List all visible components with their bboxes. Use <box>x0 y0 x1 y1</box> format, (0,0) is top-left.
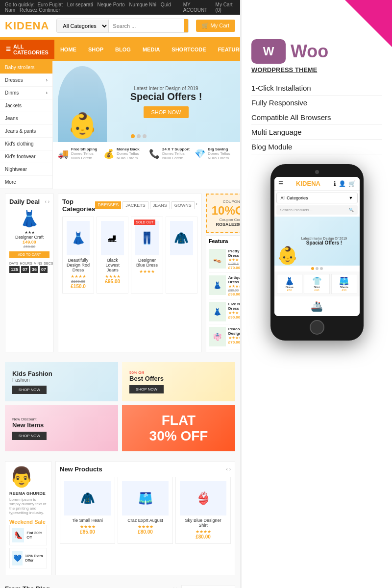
deal-product: 👗 ★★★ Designer Craft £49.00 £59.00 ADD T… <box>9 209 49 258</box>
topbar-link[interactable]: Refusez Continuer <box>20 7 60 13</box>
hero-shop-now-button[interactable]: SHOP NOW <box>144 106 189 118</box>
sidebar-item-baby-strollers[interactable]: Baby strollers <box>0 61 52 74</box>
banner-grid: Kids Fashion Fashion SHOP NOW 50% Off Be… <box>0 357 240 456</box>
nav-media[interactable]: MEDIA <box>137 43 166 56</box>
kids-fashion-btn[interactable]: SHOP NOW <box>12 386 47 394</box>
phone-product: 🩳 Shorts £30 <box>331 274 357 294</box>
slide-dot <box>320 267 323 270</box>
my-account-link[interactable]: MY ACCOUNT <box>183 2 208 13</box>
search-input[interactable] <box>109 20 184 32</box>
new-items-banner: New Discount New Items SHOP NOW <box>5 405 118 451</box>
phone-product: 👗 Dress £50 <box>277 274 303 294</box>
woo-text: Woo <box>291 41 328 62</box>
phone-category-dropdown[interactable]: All Categories ▼ <box>276 193 358 203</box>
category-select[interactable]: All Categories <box>57 20 109 32</box>
best-offers-title: Best Offers <box>129 375 228 382</box>
woo-logo-row: W Woo <box>251 39 382 64</box>
hero-text: Latest Interior Design of 2019 Special O… <box>130 86 202 118</box>
top-categories-title: Top Categories <box>62 198 95 213</box>
product-image: 🧥 <box>64 481 111 515</box>
new-items-btn[interactable]: SHOP NOW <box>12 432 47 440</box>
product-image: 👗 <box>67 221 90 255</box>
sidebar-item-dinms[interactable]: Dinms› <box>0 87 52 99</box>
top-rated-section: Top Rated Products 👕 White Designer Shir… <box>181 585 235 588</box>
topbar-link[interactable]: Neque Porto <box>97 2 124 7</box>
main-content: Baby strollers Dresses› Dinms› Jackets J… <box>0 61 240 189</box>
promo-item: 💙 10% Extra Offer <box>9 548 47 568</box>
sidebar-item-more[interactable]: More <box>0 176 52 189</box>
flat-30-percent: 30% OFF <box>149 428 208 444</box>
flat-30-text: FLAT <box>162 413 196 428</box>
product-card: 🧥 Tie Small Heani ★★★★ £85.00 <box>60 477 115 544</box>
product-card: 🩳 Craz Exprt August ★★★★ £80.00 <box>118 477 173 544</box>
feature-money-back: 💰 Money Back Donec Tellus Nulla Lorem <box>101 145 147 163</box>
features-row: 🚚 Free Shipping Donec Tellus Nulla Lorem… <box>53 142 240 165</box>
sidebar-item-jeans[interactable]: Jeans <box>0 112 52 125</box>
saving-icon: 💎 <box>195 148 205 159</box>
menu-icon: ☰ <box>6 46 11 52</box>
feature-free-shipping: 🚚 Free Shipping Donec Tellus Nulla Lorem <box>55 145 101 163</box>
tab-gowns[interactable]: GOWNS <box>172 201 195 209</box>
weekend-sale: Weekend Sale 👠 Flat 30% Off 💙 10% Extra … <box>9 519 47 568</box>
topbar-link[interactable]: Euro Fugiat <box>37 2 63 7</box>
tab-dresses[interactable]: DRESSES <box>95 201 121 209</box>
sidebar-item-kids-clothing[interactable]: Kid's clothing <box>0 138 52 150</box>
hero-banner: 👶 Latest Interior Design of 2019 Special… <box>53 61 240 142</box>
phone-home-button[interactable] <box>310 320 324 335</box>
chevron-down-icon: ▼ <box>349 196 353 200</box>
phone-slider-dots <box>274 266 360 271</box>
top-categories-section: Top Categories DRESSES JACKETS JEANS GOW… <box>58 194 202 352</box>
blog-title: From The Blog <box>5 585 50 588</box>
right-panel: RESPONSIVE W Woo WORDPRESS THEME 1-Click… <box>240 0 392 588</box>
my-cart-link[interactable]: My Cart (0) <box>216 2 234 13</box>
support-icon: 📞 <box>149 148 160 159</box>
product-card: 👗 Beautifully Design Rod Dress ★★★★ £186… <box>62 217 94 294</box>
phone-user-icon[interactable]: 👤 <box>339 180 346 187</box>
testimonial-text: Lorem ipsum is simply dummy text of the … <box>9 497 47 515</box>
product-image: 👙 <box>180 481 226 515</box>
topbar-link[interactable]: Numque Nhi <box>129 2 156 7</box>
nav-shop[interactable]: SHOP <box>82 43 109 56</box>
sold-out-badge: SOLD OUT <box>134 220 155 225</box>
timer-mins: 36 <box>30 266 38 273</box>
phone-baby-image: 👶 <box>277 245 298 266</box>
feature-support: 📞 24 X 7 Support Donec Tellus Nulla Lore… <box>147 145 192 163</box>
nav-home[interactable]: HOME <box>54 43 82 56</box>
phone-search-bar[interactable]: Search Products ... 🔍 <box>276 205 358 215</box>
phone-cart-icon[interactable]: 🛒 <box>348 180 356 187</box>
search-button[interactable]: 🔍 <box>184 19 189 32</box>
tab-jackets[interactable]: JACKETS <box>122 201 148 209</box>
nav-shortcode[interactable]: SHORTCODE <box>166 43 212 56</box>
sidebar-item-jackets[interactable]: Jackets <box>0 99 52 112</box>
phone-hero-title: Spacial Offers ! <box>301 240 347 245</box>
feature-item: Multi Language <box>251 125 382 140</box>
sidebar-item-kids-footwear[interactable]: Kid's footwear <box>0 150 52 163</box>
cart-label: My Cart <box>211 23 230 28</box>
all-categories-label: ALL CATEGORIES <box>13 44 49 55</box>
sidebar-item-jeans-pants[interactable]: Jeans & pants <box>0 125 52 138</box>
category-tabs: DRESSES JACKETS JEANS GOWNS › <box>95 201 197 209</box>
feature-list: 1-Click Installation Fully Responsive Co… <box>251 81 382 154</box>
add-to-cart-button[interactable]: ADD TO CART <box>9 251 49 258</box>
sidebar-item-dresses[interactable]: Dresses› <box>0 74 52 87</box>
best-offers-btn[interactable]: SHOP NOW <box>129 385 164 393</box>
promo-item: 👠 Flat 30% Off <box>9 525 47 545</box>
next-tab[interactable]: › <box>196 201 197 209</box>
phone-info-icon[interactable]: ℹ <box>334 180 336 187</box>
deal-product-name: Designer Craft <box>9 235 49 240</box>
tab-jeans[interactable]: JEANS <box>150 201 170 209</box>
nav-blog[interactable]: BLOG <box>109 43 137 56</box>
all-categories-button[interactable]: ☰ ALL CATEGORIES <box>0 40 54 59</box>
phone-menu-icon[interactable]: ☰ <box>278 180 283 187</box>
site-logo[interactable]: KIDENA <box>5 20 49 32</box>
sidebar-item-nightwear[interactable]: Nightwear <box>0 163 52 176</box>
top-bar: Go to quickly: Euro Fugiat Lor separati … <box>0 0 240 15</box>
phone-search-placeholder: Search Products ... <box>280 208 314 212</box>
cart-button[interactable]: 🛒 My Cart <box>196 20 235 32</box>
product-image: 🩳 <box>122 481 169 515</box>
phone-cat-label: All Categories <box>281 196 308 200</box>
main-nav: ☰ ALL CATEGORIES HOME SHOP BLOG MEDIA SH… <box>0 37 240 61</box>
kids-fashion-title: Kids Fashion <box>12 370 111 377</box>
topbar-link[interactable]: Lor separati <box>67 2 93 7</box>
top-categories-products: 👗 Beautifully Design Rod Dress ★★★★ £186… <box>62 217 197 294</box>
